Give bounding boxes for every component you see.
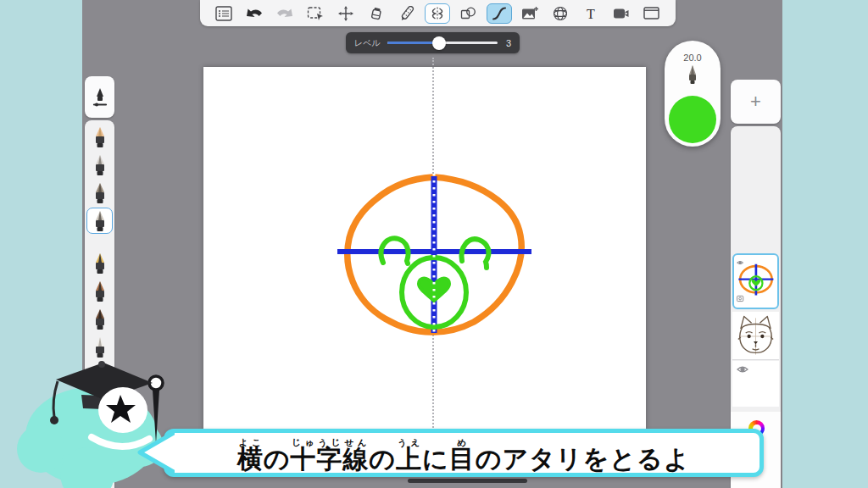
undo-icon[interactable]: [242, 3, 267, 24]
home-indicator[interactable]: [408, 479, 527, 483]
detail-brush-tool[interactable]: [86, 306, 113, 332]
layer-dog-sketch[interactable]: [732, 312, 779, 360]
top-toolbar: T: [200, 0, 676, 26]
level-slider-bar: レベル 3: [346, 32, 520, 53]
layer-visible-eye-icon: [737, 367, 748, 372]
bucket-icon[interactable]: [364, 3, 389, 24]
level-slider-label: レベル: [354, 37, 381, 49]
level-slider-track[interactable]: [387, 42, 498, 44]
camera-icon[interactable]: [609, 3, 634, 24]
image-icon[interactable]: [517, 3, 542, 24]
window-icon[interactable]: [639, 3, 665, 24]
redo-icon[interactable]: [272, 3, 298, 24]
layer-add-panel[interactable]: +: [731, 80, 781, 124]
airbrush-tool[interactable]: [86, 84, 113, 110]
mesh-icon[interactable]: [548, 3, 573, 24]
layer-empty[interactable]: [732, 361, 779, 407]
tool-panel-top: [85, 76, 114, 118]
layer-badge-icon: [737, 296, 743, 301]
add-layer-button[interactable]: +: [750, 92, 761, 111]
symmetry-icon[interactable]: [425, 3, 450, 24]
speech-bubble-tail: [134, 428, 175, 477]
curve-icon[interactable]: [487, 3, 512, 24]
round-brush-tool[interactable]: [86, 278, 113, 304]
menu-icon[interactable]: [211, 3, 236, 24]
eraser-tool[interactable]: [86, 152, 113, 178]
shape-icon[interactable]: [456, 3, 481, 24]
brush-size-value[interactable]: 20.0: [683, 53, 701, 63]
chisel-pen-tool[interactable]: [86, 180, 113, 206]
layer-visible-eye-icon: [737, 262, 743, 264]
pen-tip-icon[interactable]: [686, 64, 699, 88]
speech-bubble-text: 横よこの十字線じゅうじせんの上うえに目めのアタリをとるよ: [237, 438, 691, 472]
layer-guide-sketch[interactable]: [732, 253, 779, 309]
move-icon[interactable]: [333, 3, 359, 24]
speech-bubble: 横よこの十字線じゅうじせんの上うえに目めのアタリをとるよ: [164, 429, 764, 477]
level-slider-thumb[interactable]: [432, 36, 446, 50]
hatch-pencil-icon[interactable]: [394, 3, 420, 24]
current-color-swatch[interactable]: [669, 96, 716, 143]
brush-pill: 20.0: [665, 41, 721, 147]
select-icon[interactable]: [303, 3, 328, 24]
canvas-drawing[interactable]: [203, 67, 646, 430]
level-slider-value: 3: [506, 38, 511, 48]
metal-pen-tool[interactable]: [86, 208, 113, 234]
svg-text:T: T: [587, 7, 595, 20]
level-slider-fill: [387, 42, 439, 44]
pencil-tool[interactable]: [86, 124, 113, 150]
text-icon[interactable]: T: [578, 3, 604, 24]
nib-pen-tool[interactable]: [86, 250, 113, 276]
